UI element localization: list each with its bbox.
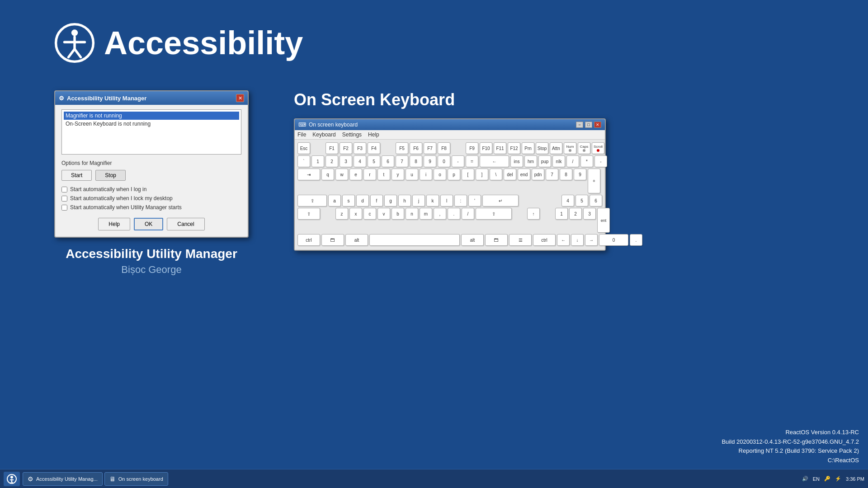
key-g[interactable]: g [384, 195, 397, 206]
key-q[interactable]: q [321, 169, 334, 180]
key-rwin[interactable]: 🗔 [485, 234, 508, 246]
checkbox-login-input[interactable] [61, 187, 67, 192]
osk-maximize-button[interactable]: □ [585, 122, 592, 128]
key-3[interactable]: 3 [340, 155, 352, 167]
key-space[interactable] [369, 234, 460, 246]
osk-menu-settings[interactable]: Settings [342, 131, 362, 138]
key-n[interactable]: n [406, 208, 418, 220]
key-pgdn[interactable]: pdn [532, 169, 544, 180]
cancel-button[interactable]: Cancel [167, 218, 204, 230]
utility-item-magnifier[interactable]: Magnifier is not running [64, 112, 239, 120]
key-t[interactable]: t [377, 169, 390, 180]
key-8[interactable]: 8 [410, 155, 422, 167]
key-home[interactable]: hm [524, 155, 537, 167]
key-caps[interactable]: Caps [578, 142, 590, 154]
key-f4[interactable]: F4 [368, 142, 380, 154]
key-prtsc[interactable]: Prn [522, 142, 534, 154]
checkbox-utility-input[interactable] [61, 205, 67, 211]
key-num-minus[interactable]: - [594, 155, 607, 167]
key-u[interactable]: u [406, 169, 418, 180]
key-f6[interactable]: F6 [410, 142, 422, 154]
key-lbracket[interactable]: [ [462, 169, 474, 180]
taskbar-item-utility[interactable]: ⚙ Accessibility Utility Manag... [23, 472, 103, 486]
checkbox-login[interactable]: Start automatically when I log in [61, 186, 241, 192]
key-e[interactable]: e [349, 169, 362, 180]
key-f9[interactable]: F9 [466, 142, 478, 154]
key-end[interactable]: end [518, 169, 530, 180]
key-r[interactable]: r [363, 169, 376, 180]
key-tab[interactable]: ⇥ [297, 169, 320, 180]
utility-list[interactable]: Magnifier is not running On-Screen Keybo… [61, 109, 241, 155]
key-7[interactable]: 7 [396, 155, 408, 167]
key-num0[interactable]: 0 [599, 234, 628, 246]
key-num3[interactable]: 3 [583, 208, 596, 220]
key-f7[interactable]: F7 [424, 142, 436, 154]
key-comma[interactable]: , [434, 208, 446, 220]
key-attn[interactable]: Attn [550, 142, 562, 154]
key-lwin[interactable]: 🗔 [321, 234, 344, 246]
key-0[interactable]: 0 [438, 155, 450, 167]
key-up[interactable]: ↑ [527, 208, 540, 220]
key-2[interactable]: 2 [326, 155, 338, 167]
key-equals[interactable]: = [466, 155, 478, 167]
key-k[interactable]: k [426, 195, 439, 206]
key-v[interactable]: v [377, 208, 390, 220]
key-y[interactable]: y [392, 169, 404, 180]
key-f11[interactable]: F11 [494, 142, 506, 154]
ok-button[interactable]: OK [134, 218, 163, 230]
taskbar-start-button[interactable] [4, 472, 20, 486]
key-lalt[interactable]: alt [345, 234, 368, 246]
key-d[interactable]: d [356, 195, 369, 206]
key-esc[interactable]: Esc [297, 142, 310, 154]
key-num6[interactable]: 6 [590, 195, 602, 206]
key-minus[interactable]: - [452, 155, 464, 167]
key-x[interactable]: x [349, 208, 362, 220]
osk-menu-keyboard[interactable]: Keyboard [312, 131, 335, 138]
start-button[interactable]: Start [61, 170, 92, 181]
key-rctrl[interactable]: ctrl [533, 234, 556, 246]
key-ralt[interactable]: alt [461, 234, 484, 246]
osk-minimize-button[interactable]: − [576, 122, 583, 128]
key-num4[interactable]: 4 [561, 195, 574, 206]
key-j[interactable]: j [412, 195, 425, 206]
key-f5[interactable]: F5 [396, 142, 408, 154]
key-b[interactable]: b [392, 208, 404, 220]
key-h[interactable]: h [398, 195, 411, 206]
key-6[interactable]: 6 [382, 155, 394, 167]
key-a[interactable]: a [328, 195, 341, 206]
key-num8[interactable]: 8 [560, 169, 572, 180]
key-num-slash[interactable]: / [566, 155, 579, 167]
key-c[interactable]: c [363, 208, 376, 220]
key-num5[interactable]: 5 [576, 195, 588, 206]
key-s[interactable]: s [342, 195, 355, 206]
key-slash[interactable]: / [462, 208, 474, 220]
key-menu[interactable]: ☰ [509, 234, 532, 246]
key-capslock[interactable]: ⇪ [297, 195, 327, 206]
osk-close-button[interactable]: ✕ [594, 122, 601, 128]
key-1[interactable]: 1 [311, 155, 324, 167]
taskbar-item-osk[interactable]: 🖥 On screen keyboard [104, 472, 168, 486]
key-backslash[interactable]: \ [490, 169, 502, 180]
key-f3[interactable]: F3 [354, 142, 366, 154]
key-f1[interactable]: F1 [326, 142, 338, 154]
key-enter[interactable]: ↵ [482, 195, 519, 206]
key-num-enter[interactable]: ent [597, 208, 610, 233]
osk-menu-file[interactable]: File [297, 131, 306, 138]
key-quote[interactable]: ' [468, 195, 481, 206]
key-9[interactable]: 9 [424, 155, 436, 167]
key-num-asterisk[interactable]: * [580, 155, 593, 167]
key-right[interactable]: → [585, 234, 598, 246]
key-f10[interactable]: F10 [480, 142, 492, 154]
key-o[interactable]: o [434, 169, 446, 180]
utility-item-osk[interactable]: On-Screen Keyboard is not running [64, 120, 239, 128]
key-f12[interactable]: F12 [508, 142, 520, 154]
key-w[interactable]: w [335, 169, 348, 180]
key-numdot[interactable]: . [630, 234, 642, 246]
key-num[interactable]: Num [564, 142, 576, 154]
key-backtick[interactable]: ` [297, 155, 310, 167]
osk-menu-help[interactable]: Help [368, 131, 379, 138]
key-4[interactable]: 4 [354, 155, 366, 167]
key-scroll[interactable]: Scroll [592, 142, 604, 154]
key-rbracket[interactable]: ] [476, 169, 488, 180]
key-lctrl[interactable]: ctrl [297, 234, 320, 246]
